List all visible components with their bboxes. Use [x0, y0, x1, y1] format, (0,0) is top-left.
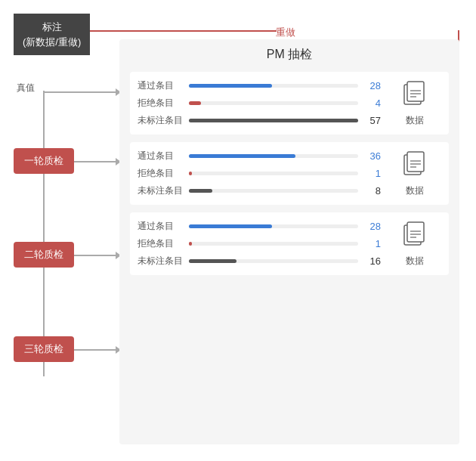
round2-stats: 通过条目 36 拒绝条目 1 未标注条目 [138, 150, 381, 197]
round2-reject-bar-wrap [189, 172, 358, 175]
svg-rect-1 [407, 82, 424, 101]
round3-unlabeled-line: 未标注条目 16 [138, 255, 381, 268]
round1-unlabeled-label: 未标注条目 [138, 114, 183, 127]
round1-pass-bar-wrap [189, 84, 358, 88]
zhen-zhi-label: 真值 [17, 82, 35, 94]
round3-reject-value: 1 [364, 238, 381, 249]
redo-label: 重做 [276, 26, 295, 39]
round1-data-box[interactable]: 数据 [388, 80, 441, 127]
round2-reject-line: 拒绝条目 1 [138, 167, 381, 180]
round3-stats: 通过条目 28 拒绝条目 1 未标注条目 [138, 220, 381, 268]
round3-unlabeled-value: 16 [364, 255, 381, 267]
round1-pass-bar [189, 84, 272, 88]
redo-arrow [82, 30, 277, 32]
round2-data-box[interactable]: 数据 [388, 150, 441, 197]
label-box: 标注 (新数据/重做) [14, 14, 90, 55]
round1-pass-value: 28 [364, 80, 381, 91]
round1-data-label: 数据 [406, 114, 424, 127]
round2-reject-label: 拒绝条目 [138, 167, 183, 180]
round1-reject-bar [189, 101, 201, 105]
round3-pass-bar [189, 224, 272, 228]
round1-unlabeled-line: 未标注条目 57 [138, 114, 381, 127]
round1-row: 通过条目 28 拒绝条目 4 未标注条目 [130, 72, 449, 135]
label-box-line1: 标注 [42, 21, 62, 32]
round2-reject-value: 1 [364, 168, 381, 179]
round2-button[interactable]: 二轮质检 [14, 242, 74, 268]
round3-reject-bar [189, 242, 192, 246]
left-connector-line [43, 91, 45, 376]
round2-pass-value: 36 [364, 150, 381, 162]
round1-reject-label: 拒绝条目 [138, 97, 183, 110]
round1-unlabeled-bar-wrap [189, 119, 358, 122]
svg-rect-6 [407, 152, 424, 172]
round3-pass-bar-wrap [189, 224, 358, 228]
round3-unlabeled-label: 未标注条目 [138, 255, 183, 268]
pm-title: PM 抽检 [130, 47, 449, 63]
round2-pass-bar [189, 154, 295, 158]
svg-rect-11 [407, 222, 424, 242]
pm-panel: PM 抽检 通过条目 28 拒绝条目 4 [119, 39, 459, 444]
round1-unlabeled-bar [189, 119, 358, 122]
round2-pass-line: 通过条目 36 [138, 150, 381, 162]
round3-pass-line: 通过条目 28 [138, 220, 381, 233]
round1-button[interactable]: 一轮质检 [14, 148, 74, 174]
round2-unlabeled-value: 8 [364, 185, 381, 196]
arrow-zhenzhi [45, 91, 120, 93]
round2-pass-label: 通过条目 [138, 150, 183, 162]
round3-row: 通过条目 28 拒绝条目 1 未标注条目 [130, 212, 449, 275]
round1-reject-bar-wrap [189, 101, 358, 105]
round1-reject-value: 4 [364, 97, 381, 109]
round1-pass-label: 通过条目 [138, 79, 183, 92]
round2-unlabeled-label: 未标注条目 [138, 184, 183, 197]
round2-unlabeled-line: 未标注条目 8 [138, 184, 381, 197]
round2-row: 通过条目 36 拒绝条目 1 未标注条目 [130, 142, 449, 205]
round3-data-icon [401, 221, 428, 252]
round2-pass-bar-wrap [189, 154, 358, 158]
round3-reject-bar-wrap [189, 242, 358, 246]
round1-pass-line: 通过条目 28 [138, 79, 381, 92]
round2-unlabeled-bar-wrap [189, 189, 358, 193]
round1-unlabeled-value: 57 [364, 115, 381, 126]
round3-reject-label: 拒绝条目 [138, 237, 183, 250]
round2-data-label: 数据 [406, 184, 424, 197]
round2-reject-bar [189, 172, 192, 175]
round3-pass-label: 通过条目 [138, 220, 183, 233]
diagram-container: 标注 (新数据/重做) 重做 真值 一轮质检 二轮质检 三轮质检 PM 抽检 通… [0, 0, 476, 461]
round3-unlabeled-bar-wrap [189, 259, 358, 263]
round3-data-box[interactable]: 数据 [388, 221, 441, 268]
round1-stats: 通过条目 28 拒绝条目 4 未标注条目 [138, 79, 381, 127]
round3-data-label: 数据 [406, 255, 424, 268]
round3-button[interactable]: 三轮质检 [14, 336, 74, 362]
round2-unlabeled-bar [189, 189, 212, 193]
label-box-line2: (新数据/重做) [23, 36, 81, 48]
round3-unlabeled-bar [189, 259, 236, 263]
round3-reject-line: 拒绝条目 1 [138, 237, 381, 250]
round2-data-icon [401, 150, 428, 181]
round1-data-icon [401, 80, 428, 111]
round1-reject-line: 拒绝条目 4 [138, 97, 381, 110]
round3-pass-value: 28 [364, 221, 381, 232]
